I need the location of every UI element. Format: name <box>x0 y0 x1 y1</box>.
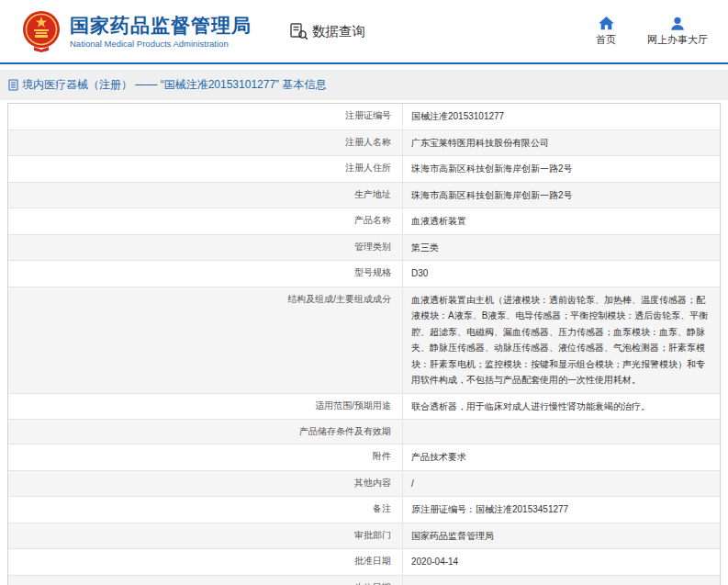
table-row: 其他内容 / <box>8 470 720 497</box>
row-label: 其他内容 <box>8 471 402 497</box>
title-bar: 境内医疗器械（注册） —— “国械注准20153101277” 基本信息 <box>0 70 728 100</box>
info-table: 注册证编号 国械注准20153101277 注册人名称 广东宝莱特医用科技股份有… <box>7 103 721 585</box>
header-nav: 首页 网上办事大厅 <box>596 17 708 47</box>
row-label: 管理类别 <box>8 235 402 261</box>
user-icon <box>670 17 685 30</box>
table-row: 产品名称 血液透析装置 <box>8 208 720 234</box>
row-value: D30 <box>402 261 720 287</box>
row-value <box>402 576 720 585</box>
table-row: 型号规格 D30 <box>8 260 720 287</box>
table-row: 产品储存条件及有效期 <box>8 419 720 444</box>
nav-service-hall[interactable]: 网上办事大厅 <box>647 17 708 47</box>
table-row: 生产地址 珠海市高新区科技创新海岸创新一路2号 <box>8 182 720 208</box>
page-doc-icon <box>8 79 18 91</box>
row-label: 审批部门 <box>8 523 402 549</box>
row-label: 注册人住所 <box>8 156 402 182</box>
row-value: 产品技术要求 <box>402 444 720 470</box>
table-row: 适用范围/预期用途 联合透析器，用于临床对成人进行慢性肾功能衰竭的治疗。 <box>8 393 720 420</box>
row-label: 批准日期 <box>8 549 402 575</box>
row-value: 广东宝莱特医用科技股份有限公司 <box>402 130 720 156</box>
nav-service-hall-label: 网上办事大厅 <box>647 33 708 47</box>
data-query-entry[interactable]: 数据查询 <box>290 23 365 40</box>
doc-search-icon <box>290 23 308 40</box>
row-value: 珠海市高新区科技创新海岸创新一路2号 <box>402 183 720 208</box>
row-label: 产品储存条件及有效期 <box>8 420 402 444</box>
table-row: 生效日期 <box>8 575 720 585</box>
table-row: 附件 产品技术要求 <box>8 444 720 470</box>
table-row: 注册证编号 国械注准20153101277 <box>8 104 720 129</box>
data-query-label: 数据查询 <box>312 23 365 40</box>
row-label: 型号规格 <box>8 261 402 287</box>
table-row: 结构及组成/主要组成成分 血液透析装置由主机（进液模块：透前齿轮泵、加热棒、温度… <box>8 287 720 393</box>
row-label: 生效日期 <box>8 576 402 585</box>
row-value <box>402 420 720 444</box>
row-label: 生产地址 <box>8 183 402 208</box>
table-row: 审批部门 国家药品监督管理局 <box>8 523 720 549</box>
table-row: 批准日期 2020-04-14 <box>8 548 720 575</box>
national-emblem-icon <box>22 10 61 52</box>
row-value: / <box>402 471 720 497</box>
row-value: 2020-04-14 <box>402 549 720 575</box>
row-label: 附件 <box>8 444 402 470</box>
row-value: 国家药品监督管理局 <box>402 523 720 549</box>
row-label: 注册人名称 <box>8 130 402 156</box>
nav-home[interactable]: 首页 <box>596 17 616 47</box>
row-label: 适用范围/预期用途 <box>8 394 402 420</box>
home-icon <box>599 17 614 30</box>
table-row: 注册人名称 广东宝莱特医用科技股份有限公司 <box>8 129 720 156</box>
row-value: 原注册证编号：国械注准20153451277 <box>402 497 720 523</box>
row-label: 结构及组成/主要组成成分 <box>8 287 402 393</box>
table-row: 备注 原注册证编号：国械注准20153451277 <box>8 496 720 523</box>
nav-home-label: 首页 <box>596 33 616 47</box>
row-label: 产品名称 <box>8 208 402 234</box>
page-title: 境内医疗器械（注册） —— “国械注准20153101277” 基本信息 <box>22 77 326 93</box>
row-label: 注册证编号 <box>8 104 402 129</box>
page-header: 国家药品监督管理局 National Medical Products Admi… <box>0 0 728 64</box>
row-value: 血液透析装置由主机（进液模块：透前齿轮泵、加热棒、温度传感器；配液模块：A液泵、… <box>402 287 720 393</box>
table-row: 注册人住所 珠海市高新区科技创新海岸创新一路2号 <box>8 155 720 182</box>
table-row: 管理类别 第三类 <box>8 234 720 261</box>
row-value: 血液透析装置 <box>402 208 720 234</box>
row-value: 联合透析器，用于临床对成人进行慢性肾功能衰竭的治疗。 <box>402 394 720 420</box>
org-name-cn: 国家药品监督管理局 <box>70 14 252 37</box>
row-value: 珠海市高新区科技创新海岸创新一路2号 <box>402 156 720 182</box>
row-value: 第三类 <box>402 235 720 261</box>
row-value: 国械注准20153101277 <box>402 104 720 129</box>
org-name-en: National Medical Products Administration <box>70 39 252 49</box>
row-label: 备注 <box>8 497 402 523</box>
